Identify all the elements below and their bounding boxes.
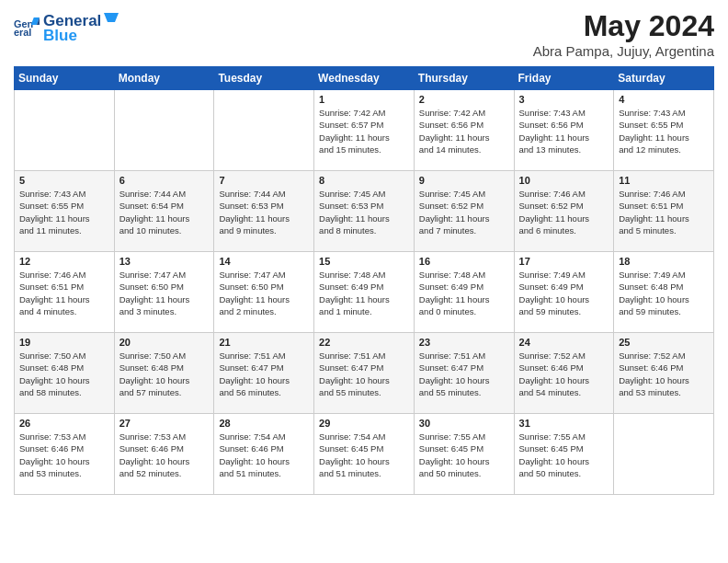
calendar-cell: 29Sunrise: 7:54 AM Sunset: 6:45 PM Dayli… (314, 414, 415, 495)
calendar-cell: 5Sunrise: 7:43 AM Sunset: 6:55 PM Daylig… (15, 171, 115, 252)
day-number: 22 (319, 337, 409, 348)
logo-triangle-icon (102, 9, 119, 26)
day-number: 13 (119, 256, 210, 267)
logo: Gen eral General Blue (14, 9, 119, 45)
calendar-cell: 3Sunrise: 7:43 AM Sunset: 6:56 PM Daylig… (514, 90, 614, 171)
calendar-cell: 4Sunrise: 7:43 AM Sunset: 6:55 PM Daylig… (614, 90, 714, 171)
day-info: Sunrise: 7:51 AM Sunset: 6:47 PM Dayligh… (419, 350, 509, 398)
calendar-cell: 21Sunrise: 7:51 AM Sunset: 6:47 PM Dayli… (214, 333, 314, 414)
calendar-cell: 20Sunrise: 7:50 AM Sunset: 6:48 PM Dayli… (114, 333, 214, 414)
calendar-cell: 9Sunrise: 7:45 AM Sunset: 6:52 PM Daylig… (414, 171, 514, 252)
day-number: 21 (219, 337, 309, 348)
day-info: Sunrise: 7:48 AM Sunset: 6:49 PM Dayligh… (419, 269, 509, 317)
calendar-cell: 14Sunrise: 7:47 AM Sunset: 6:50 PM Dayli… (214, 252, 314, 333)
day-info: Sunrise: 7:44 AM Sunset: 6:54 PM Dayligh… (119, 188, 210, 236)
calendar-cell: 6Sunrise: 7:44 AM Sunset: 6:54 PM Daylig… (114, 171, 214, 252)
calendar-cell: 1Sunrise: 7:42 AM Sunset: 6:57 PM Daylig… (314, 90, 415, 171)
header-friday: Friday (514, 67, 614, 90)
day-info: Sunrise: 7:55 AM Sunset: 6:45 PM Dayligh… (419, 431, 509, 479)
calendar-cell (15, 90, 115, 171)
day-number: 9 (419, 175, 509, 186)
calendar-cell: 23Sunrise: 7:51 AM Sunset: 6:47 PM Dayli… (414, 333, 514, 414)
day-number: 3 (519, 94, 609, 105)
day-number: 19 (19, 337, 109, 348)
title-block: May 2024 Abra Pampa, Jujuy, Argentina (533, 9, 714, 59)
day-number: 7 (219, 175, 309, 186)
calendar-cell: 26Sunrise: 7:53 AM Sunset: 6:46 PM Dayli… (15, 414, 115, 495)
day-number: 4 (619, 94, 709, 105)
day-number: 17 (519, 256, 609, 267)
calendar-cell (214, 90, 314, 171)
logo-icon: Gen eral (14, 15, 40, 40)
header-thursday: Thursday (414, 67, 514, 90)
day-number: 14 (219, 256, 309, 267)
day-info: Sunrise: 7:43 AM Sunset: 6:56 PM Dayligh… (519, 107, 609, 155)
day-number: 12 (19, 256, 109, 267)
day-number: 24 (519, 337, 609, 348)
day-info: Sunrise: 7:49 AM Sunset: 6:48 PM Dayligh… (619, 269, 709, 317)
svg-marker-4 (104, 13, 119, 22)
calendar-cell: 19Sunrise: 7:50 AM Sunset: 6:48 PM Dayli… (15, 333, 115, 414)
day-number: 8 (319, 175, 409, 186)
calendar-cell: 24Sunrise: 7:52 AM Sunset: 6:46 PM Dayli… (514, 333, 614, 414)
day-number: 30 (419, 418, 509, 429)
day-number: 11 (619, 175, 709, 186)
day-info: Sunrise: 7:54 AM Sunset: 6:46 PM Dayligh… (219, 431, 309, 479)
day-number: 15 (319, 256, 409, 267)
day-info: Sunrise: 7:43 AM Sunset: 6:55 PM Dayligh… (19, 188, 109, 236)
day-info: Sunrise: 7:49 AM Sunset: 6:49 PM Dayligh… (519, 269, 609, 317)
day-info: Sunrise: 7:51 AM Sunset: 6:47 PM Dayligh… (319, 350, 409, 398)
day-info: Sunrise: 7:48 AM Sunset: 6:49 PM Dayligh… (319, 269, 409, 317)
calendar-cell: 18Sunrise: 7:49 AM Sunset: 6:48 PM Dayli… (614, 252, 714, 333)
svg-text:eral: eral (14, 27, 31, 38)
calendar-cell (614, 414, 714, 495)
day-info: Sunrise: 7:42 AM Sunset: 6:56 PM Dayligh… (419, 107, 509, 155)
calendar-cell: 13Sunrise: 7:47 AM Sunset: 6:50 PM Dayli… (114, 252, 214, 333)
day-info: Sunrise: 7:44 AM Sunset: 6:53 PM Dayligh… (219, 188, 309, 236)
header-tuesday: Tuesday (214, 67, 314, 90)
day-number: 28 (219, 418, 309, 429)
day-number: 23 (419, 337, 509, 348)
day-number: 1 (319, 94, 409, 105)
day-number: 29 (319, 418, 409, 429)
calendar-cell: 10Sunrise: 7:46 AM Sunset: 6:52 PM Dayli… (514, 171, 614, 252)
calendar-cell: 11Sunrise: 7:46 AM Sunset: 6:51 PM Dayli… (614, 171, 714, 252)
day-number: 25 (619, 337, 709, 348)
calendar-cell: 17Sunrise: 7:49 AM Sunset: 6:49 PM Dayli… (514, 252, 614, 333)
calendar-cell: 30Sunrise: 7:55 AM Sunset: 6:45 PM Dayli… (414, 414, 514, 495)
calendar-week-row: 12Sunrise: 7:46 AM Sunset: 6:51 PM Dayli… (15, 252, 714, 333)
day-info: Sunrise: 7:43 AM Sunset: 6:55 PM Dayligh… (619, 107, 709, 155)
calendar-week-row: 1Sunrise: 7:42 AM Sunset: 6:57 PM Daylig… (15, 90, 714, 171)
day-info: Sunrise: 7:42 AM Sunset: 6:57 PM Dayligh… (319, 107, 409, 155)
day-number: 26 (19, 418, 109, 429)
day-info: Sunrise: 7:50 AM Sunset: 6:48 PM Dayligh… (119, 350, 210, 398)
calendar-cell: 7Sunrise: 7:44 AM Sunset: 6:53 PM Daylig… (214, 171, 314, 252)
day-info: Sunrise: 7:46 AM Sunset: 6:51 PM Dayligh… (619, 188, 709, 236)
day-info: Sunrise: 7:51 AM Sunset: 6:47 PM Dayligh… (219, 350, 309, 398)
header-sunday: Sunday (15, 67, 115, 90)
day-info: Sunrise: 7:55 AM Sunset: 6:45 PM Dayligh… (519, 431, 609, 479)
day-info: Sunrise: 7:46 AM Sunset: 6:51 PM Dayligh… (19, 269, 109, 317)
day-number: 6 (119, 175, 210, 186)
calendar-week-row: 26Sunrise: 7:53 AM Sunset: 6:46 PM Dayli… (15, 414, 714, 495)
day-number: 20 (119, 337, 210, 348)
calendar-cell: 2Sunrise: 7:42 AM Sunset: 6:56 PM Daylig… (414, 90, 514, 171)
day-number: 10 (519, 175, 609, 186)
location-subtitle: Abra Pampa, Jujuy, Argentina (533, 43, 714, 59)
calendar-cell: 27Sunrise: 7:53 AM Sunset: 6:46 PM Dayli… (114, 414, 214, 495)
header-saturday: Saturday (614, 67, 714, 90)
day-number: 18 (619, 256, 709, 267)
calendar-cell: 22Sunrise: 7:51 AM Sunset: 6:47 PM Dayli… (314, 333, 415, 414)
calendar-table: SundayMondayTuesdayWednesdayThursdayFrid… (14, 66, 714, 495)
day-number: 5 (19, 175, 109, 186)
calendar-cell: 16Sunrise: 7:48 AM Sunset: 6:49 PM Dayli… (414, 252, 514, 333)
page-header: Gen eral General Blue May 2024 Abra Pamp… (14, 9, 714, 59)
day-info: Sunrise: 7:47 AM Sunset: 6:50 PM Dayligh… (119, 269, 210, 317)
calendar-cell: 8Sunrise: 7:45 AM Sunset: 6:53 PM Daylig… (314, 171, 415, 252)
day-info: Sunrise: 7:54 AM Sunset: 6:45 PM Dayligh… (319, 431, 409, 479)
day-number: 27 (119, 418, 210, 429)
day-info: Sunrise: 7:45 AM Sunset: 6:52 PM Dayligh… (419, 188, 509, 236)
calendar-cell: 25Sunrise: 7:52 AM Sunset: 6:46 PM Dayli… (614, 333, 714, 414)
calendar-week-row: 5Sunrise: 7:43 AM Sunset: 6:55 PM Daylig… (15, 171, 714, 252)
calendar-header-row: SundayMondayTuesdayWednesdayThursdayFrid… (15, 67, 714, 90)
